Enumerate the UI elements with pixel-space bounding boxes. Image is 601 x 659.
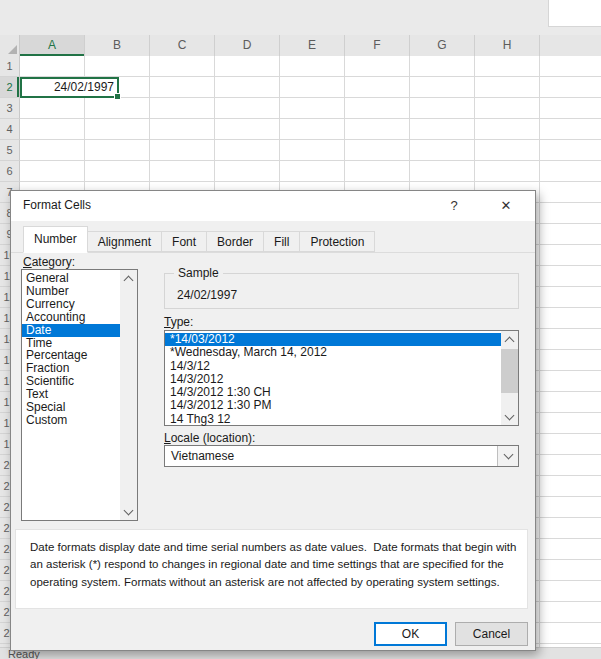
column-header[interactable]: E [280, 35, 345, 56]
category-item[interactable]: Currency [22, 298, 120, 311]
row-header[interactable]: 5 [0, 140, 20, 161]
dialog-tab-strip: NumberAlignmentFontBorderFillProtection [23, 225, 375, 252]
category-item[interactable]: Custom [22, 414, 120, 427]
row-header[interactable]: 1 [0, 56, 20, 77]
format-cells-dialog: Format Cells ? ✕ NumberAlignmentFontBord… [10, 190, 536, 651]
column-headers: ABCDEFGH [20, 35, 601, 56]
scrollbar-thumb[interactable] [501, 349, 518, 393]
locale-label: Locale (location): [164, 431, 255, 445]
category-items: GeneralNumberCurrencyAccountingDateTimeP… [22, 270, 120, 427]
formula-bar-fragment [548, 0, 601, 27]
sample-value: 24/02/1997 [177, 288, 237, 302]
type-item[interactable]: *Wednesday, March 14, 2012 [165, 346, 501, 359]
dialog-tab[interactable]: Font [162, 231, 207, 252]
scroll-down-icon[interactable] [120, 503, 137, 520]
category-item[interactable]: Date [22, 324, 120, 337]
type-item[interactable]: 14 Thg3 12 [165, 413, 501, 426]
dialog-titlebar[interactable]: Format Cells ? ✕ [11, 191, 535, 221]
type-items: *14/03/2012*Wednesday, March 14, 201214/… [165, 331, 501, 426]
category-hotkey: C [23, 255, 32, 269]
type-listbox[interactable]: *14/03/2012*Wednesday, March 14, 201214/… [164, 330, 519, 426]
type-label: Type: [164, 315, 193, 329]
ok-button[interactable]: OK [374, 622, 447, 646]
type-hotkey: T [164, 315, 171, 329]
dialog-tab[interactable]: Protection [300, 231, 375, 252]
locale-label-text: ocale (location): [171, 431, 256, 445]
cancel-button[interactable]: Cancel [455, 622, 528, 646]
locale-hotkey: L [164, 431, 171, 445]
category-item[interactable]: Number [22, 285, 120, 298]
select-all-corner[interactable] [0, 35, 20, 56]
column-header-row: ABCDEFGH [0, 35, 601, 57]
column-header[interactable]: D [215, 35, 280, 56]
chevron-down-icon[interactable] [497, 446, 518, 466]
close-icon[interactable]: ✕ [485, 191, 527, 221]
dialog-tab[interactable]: Number [23, 226, 88, 253]
locale-value: Vietnamese [171, 446, 234, 466]
type-scrollbar[interactable] [501, 331, 518, 425]
type-item[interactable]: 14/3/2012 [165, 373, 501, 386]
description-line: an asterisk (*) respond to changes in re… [30, 556, 527, 573]
category-label-text: ategory: [32, 255, 75, 269]
description-box: Date formats display date and time seria… [15, 529, 528, 609]
sample-label: Sample [174, 266, 223, 280]
dialog-tab[interactable]: Fill [264, 231, 300, 252]
active-cell-a2[interactable]: 24/02/1997 [20, 77, 119, 98]
dialog-title: Format Cells [23, 198, 91, 212]
row-header[interactable]: 4 [0, 119, 20, 140]
sample-groupbox: Sample 24/02/1997 [164, 273, 519, 309]
category-item[interactable]: General [22, 272, 120, 285]
column-header[interactable]: B [85, 35, 150, 56]
row-header[interactable]: 2 [0, 77, 20, 98]
category-item[interactable]: Accounting [22, 311, 120, 324]
category-label: Category: [23, 255, 75, 269]
category-scrollbar[interactable] [120, 270, 137, 520]
scroll-up-icon[interactable] [120, 270, 137, 287]
dialog-tab[interactable]: Alignment [88, 231, 162, 252]
description-line: Date formats display date and time seria… [30, 539, 527, 556]
column-header[interactable]: G [410, 35, 475, 56]
type-item[interactable]: 14/3/12 [165, 360, 501, 373]
column-header[interactable]: H [475, 35, 540, 56]
type-item[interactable]: 14/3/2012 1:30 PM [165, 399, 501, 412]
scroll-down-icon[interactable] [501, 408, 518, 425]
dialog-tab[interactable]: Border [207, 231, 264, 252]
column-header[interactable]: A [20, 35, 85, 56]
row-header[interactable]: 3 [0, 98, 20, 119]
type-label-text: ype: [171, 315, 194, 329]
description-line: operating system. Formats without an ast… [30, 574, 527, 591]
help-icon[interactable]: ? [439, 191, 469, 221]
scroll-up-icon[interactable] [501, 331, 518, 348]
category-listbox[interactable]: GeneralNumberCurrencyAccountingDateTimeP… [21, 269, 138, 521]
tab-page-divider [11, 252, 535, 253]
column-header[interactable]: C [150, 35, 215, 56]
type-item[interactable]: *14/03/2012 [165, 333, 501, 346]
row-header[interactable]: 6 [0, 161, 20, 182]
type-item[interactable]: 14/3/2012 1:30 CH [165, 386, 501, 399]
locale-dropdown[interactable]: Vietnamese [164, 445, 519, 467]
description-text: Date formats display date and time seria… [16, 530, 527, 591]
ribbon-bottom-strip [0, 0, 601, 35]
column-header[interactable]: F [345, 35, 410, 56]
